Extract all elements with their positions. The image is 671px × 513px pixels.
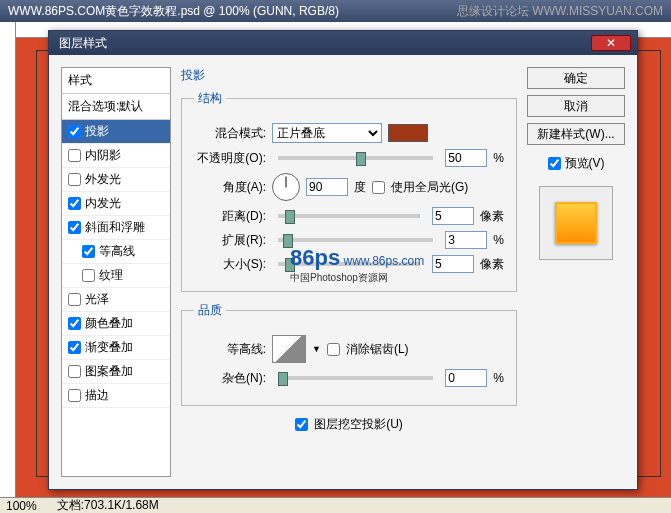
style-item-checkbox[interactable] <box>82 245 95 258</box>
preview-box <box>539 186 613 260</box>
app-title-text: WWW.86PS.COM黄色字效教程.psd @ 100% (GUNN, RGB… <box>8 0 339 22</box>
opacity-slider[interactable] <box>278 156 433 160</box>
preview-checkbox[interactable] <box>548 157 561 170</box>
style-item-checkbox[interactable] <box>68 149 81 162</box>
structure-group: 结构 混合模式: 正片叠底 不透明度(O): % 角度(A): 度 <box>181 90 517 292</box>
style-item-label: 内阴影 <box>85 147 121 164</box>
noise-unit: % <box>493 371 504 385</box>
antialias-checkbox[interactable] <box>327 343 340 356</box>
style-item-checkbox[interactable] <box>68 197 81 210</box>
style-item-checkbox[interactable] <box>68 293 81 306</box>
style-item[interactable]: 渐变叠加 <box>62 336 170 360</box>
opacity-unit: % <box>493 151 504 165</box>
knockout-label: 图层挖空投影(U) <box>314 416 403 433</box>
style-item-label: 内发光 <box>85 195 121 212</box>
style-item[interactable]: 等高线 <box>62 240 170 264</box>
style-item[interactable]: 外发光 <box>62 168 170 192</box>
blend-mode-label: 混合模式: <box>194 125 266 142</box>
contour-label: 等高线: <box>194 341 266 358</box>
style-item-checkbox[interactable] <box>68 365 81 378</box>
quality-legend: 品质 <box>194 302 226 319</box>
zoom-level[interactable]: 100% <box>6 499 37 513</box>
noise-slider[interactable] <box>278 376 433 380</box>
style-item[interactable]: 图案叠加 <box>62 360 170 384</box>
style-item-checkbox[interactable] <box>82 269 95 282</box>
style-item-checkbox[interactable] <box>68 173 81 186</box>
dialog-title: 图层样式 <box>59 35 107 52</box>
preview-swatch <box>555 202 597 244</box>
angle-label: 角度(A): <box>194 179 266 196</box>
style-item-checkbox[interactable] <box>68 341 81 354</box>
size-slider[interactable] <box>278 262 420 266</box>
cancel-button[interactable]: 取消 <box>527 95 625 117</box>
style-item[interactable]: 颜色叠加 <box>62 312 170 336</box>
close-button[interactable]: ✕ <box>591 35 631 51</box>
style-item-label: 斜面和浮雕 <box>85 219 145 236</box>
opacity-label: 不透明度(O): <box>194 150 266 167</box>
style-item[interactable]: 纹理 <box>62 264 170 288</box>
chevron-down-icon[interactable]: ▼ <box>312 344 321 354</box>
global-light-checkbox[interactable] <box>372 181 385 194</box>
dialog-right-panel: 确定 取消 新建样式(W)... 预览(V) <box>527 55 637 489</box>
contour-picker[interactable] <box>272 335 306 363</box>
distance-label: 距离(D): <box>194 208 266 225</box>
style-item-label: 描边 <box>85 387 109 404</box>
spread-input[interactable] <box>445 231 487 249</box>
style-item[interactable]: 光泽 <box>62 288 170 312</box>
style-item[interactable]: 描边 <box>62 384 170 408</box>
shadow-color-swatch[interactable] <box>388 124 428 142</box>
size-input[interactable] <box>432 255 474 273</box>
knockout-checkbox[interactable] <box>295 418 308 431</box>
spread-unit: % <box>493 233 504 247</box>
quality-group: 品质 等高线: ▼ 消除锯齿(L) 杂色(N): % <box>181 302 517 406</box>
size-label: 大小(S): <box>194 256 266 273</box>
style-item-checkbox[interactable] <box>68 317 81 330</box>
style-item[interactable]: 内发光 <box>62 192 170 216</box>
ruler-vertical <box>0 22 16 497</box>
styles-header[interactable]: 样式 <box>62 68 170 94</box>
noise-label: 杂色(N): <box>194 370 266 387</box>
ok-button[interactable]: 确定 <box>527 67 625 89</box>
style-item-label: 图案叠加 <box>85 363 133 380</box>
style-item[interactable]: 内阴影 <box>62 144 170 168</box>
style-item-label: 光泽 <box>85 291 109 308</box>
effect-settings-panel: 投影 结构 混合模式: 正片叠底 不透明度(O): % 角度(A): <box>171 55 527 489</box>
antialias-label: 消除锯齿(L) <box>346 341 409 358</box>
distance-slider[interactable] <box>278 214 420 218</box>
style-item-label: 等高线 <box>99 243 135 260</box>
structure-legend: 结构 <box>194 90 226 107</box>
angle-input[interactable] <box>306 178 348 196</box>
style-item-label: 纹理 <box>99 267 123 284</box>
style-item[interactable]: 投影 <box>62 120 170 144</box>
preview-label: 预览(V) <box>565 155 605 172</box>
size-unit: 像素 <box>480 256 504 273</box>
angle-dial[interactable] <box>272 173 300 201</box>
layer-style-dialog: 图层样式 ✕ 样式 混合选项:默认 投影内阴影外发光内发光斜面和浮雕等高线纹理光… <box>48 30 638 490</box>
blend-options-default[interactable]: 混合选项:默认 <box>62 94 170 120</box>
new-style-button[interactable]: 新建样式(W)... <box>527 123 625 145</box>
style-item-label: 颜色叠加 <box>85 315 133 332</box>
style-item-label: 投影 <box>85 123 109 140</box>
dialog-titlebar[interactable]: 图层样式 ✕ <box>49 31 637 55</box>
distance-input[interactable] <box>432 207 474 225</box>
style-item[interactable]: 斜面和浮雕 <box>62 216 170 240</box>
effect-section-title: 投影 <box>181 67 517 84</box>
styles-list: 样式 混合选项:默认 投影内阴影外发光内发光斜面和浮雕等高线纹理光泽颜色叠加渐变… <box>61 67 171 477</box>
style-item-label: 外发光 <box>85 171 121 188</box>
style-item-checkbox[interactable] <box>68 125 81 138</box>
doc-size: 文档:703.1K/1.68M <box>57 497 159 513</box>
style-item-checkbox[interactable] <box>68 221 81 234</box>
noise-input[interactable] <box>445 369 487 387</box>
distance-unit: 像素 <box>480 208 504 225</box>
blend-mode-select[interactable]: 正片叠底 <box>272 123 382 143</box>
spread-slider[interactable] <box>278 238 433 242</box>
style-item-checkbox[interactable] <box>68 389 81 402</box>
app-title-right: 思缘设计论坛 WWW.MISSYUAN.COM <box>457 0 663 22</box>
angle-unit: 度 <box>354 179 366 196</box>
style-item-label: 渐变叠加 <box>85 339 133 356</box>
status-bar: 100% 文档:703.1K/1.68M <box>0 497 671 513</box>
app-titlebar: WWW.86PS.COM黄色字效教程.psd @ 100% (GUNN, RGB… <box>0 0 671 22</box>
spread-label: 扩展(R): <box>194 232 266 249</box>
opacity-input[interactable] <box>445 149 487 167</box>
global-light-label: 使用全局光(G) <box>391 179 468 196</box>
